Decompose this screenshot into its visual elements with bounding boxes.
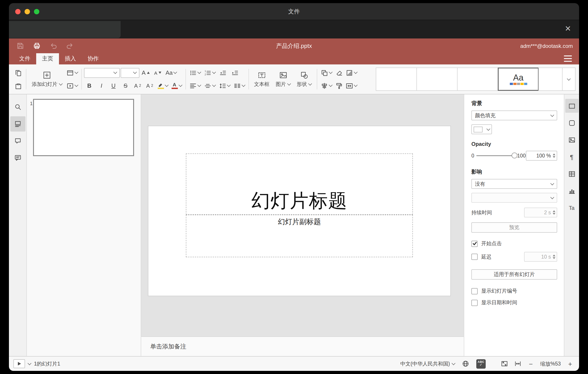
panel-paragraph-settings-button[interactable]: ¶: [565, 150, 578, 164]
checkbox-unchecked-icon[interactable]: [471, 254, 478, 260]
traffic-minimize-button[interactable]: [25, 9, 30, 14]
panel-shape-settings-button[interactable]: [565, 116, 578, 130]
start-on-click-checkbox[interactable]: 开始点击: [471, 240, 557, 247]
checkbox-checked-icon[interactable]: [471, 241, 478, 247]
subscript-button[interactable]: A2: [144, 80, 155, 91]
zoom-out-button[interactable]: −: [526, 360, 535, 367]
color-scheme-button[interactable]: [345, 67, 358, 78]
delay-field[interactable]: 10 s: [524, 252, 557, 262]
undo-icon[interactable]: [48, 41, 58, 51]
bullet-list-button[interactable]: [188, 67, 202, 78]
decrease-indent-button[interactable]: [217, 67, 229, 78]
strikeout-button[interactable]: S: [120, 80, 131, 91]
increase-indent-button[interactable]: [230, 67, 241, 78]
panel-slide-settings-button[interactable]: [565, 99, 578, 113]
tab-insert[interactable]: 插入: [59, 53, 82, 65]
change-case-button[interactable]: Aa: [164, 67, 178, 78]
checkbox-unchecked-icon[interactable]: [471, 299, 478, 306]
panel-table-settings-button[interactable]: [565, 167, 578, 181]
save-icon[interactable]: [15, 41, 25, 51]
print-icon[interactable]: [32, 41, 42, 51]
fit-width-button[interactable]: [513, 359, 523, 369]
insert-textbox-button[interactable]: 文本框: [251, 67, 273, 92]
add-slide-button[interactable]: 添加幻灯片: [29, 67, 65, 92]
start-slideshow-status-button[interactable]: [13, 359, 25, 368]
hamburger-menu-icon[interactable]: [564, 55, 572, 62]
align-shapes-button[interactable]: [319, 80, 333, 91]
notes-area[interactable]: 单击添加备注: [141, 336, 464, 356]
panel-textart-settings-button[interactable]: Ta: [565, 201, 578, 215]
checkbox-unchecked-icon[interactable]: [471, 288, 478, 294]
redo-icon[interactable]: [65, 41, 75, 51]
slide-thumbnail-1[interactable]: [33, 99, 134, 156]
chevron-down-icon[interactable]: [28, 361, 32, 365]
spinner-icon[interactable]: [553, 254, 555, 259]
spinner-icon[interactable]: [553, 210, 555, 215]
increase-font-size-button[interactable]: A: [140, 67, 151, 78]
sidebar-chat-button[interactable]: [10, 150, 25, 165]
show-date-time-checkbox[interactable]: 显示日期和时间: [471, 299, 557, 306]
fill-color-select[interactable]: [471, 124, 492, 134]
traffic-zoom-button[interactable]: [34, 9, 39, 14]
line-spacing-button[interactable]: [217, 80, 231, 91]
tab-file[interactable]: 文件: [13, 53, 36, 65]
horizontal-align-button[interactable]: [188, 80, 202, 91]
insert-image-button[interactable]: 图片: [273, 67, 294, 92]
paste-icon[interactable]: [12, 80, 24, 91]
start-slideshow-button[interactable]: [65, 80, 79, 91]
theme-option-selected[interactable]: Aa: [498, 67, 539, 91]
spellcheck-button[interactable]: ABC ✓: [476, 359, 486, 368]
spinner-icon[interactable]: [553, 154, 555, 158]
sidebar-slides-button[interactable]: [10, 116, 25, 132]
traffic-close-button[interactable]: [15, 9, 21, 14]
sidebar-comments-button[interactable]: [10, 133, 25, 149]
fill-type-select[interactable]: 颜色填充: [471, 110, 557, 120]
theme-option-1[interactable]: [376, 67, 417, 91]
effect-variant-select[interactable]: [471, 193, 557, 203]
italic-button[interactable]: I: [96, 80, 107, 91]
theme-option-3[interactable]: [457, 67, 498, 91]
set-language-button[interactable]: [461, 359, 471, 369]
panel-chart-settings-button[interactable]: [565, 184, 578, 198]
slide-subtitle-placeholder[interactable]: 幻灯片副标题: [186, 215, 413, 257]
copy-style-icon[interactable]: [333, 80, 345, 91]
decrease-font-size-button[interactable]: A: [152, 67, 163, 78]
bold-button[interactable]: B: [84, 80, 95, 91]
effect-select[interactable]: 没有: [471, 179, 557, 189]
font-size-select[interactable]: [120, 68, 139, 78]
copy-icon[interactable]: [12, 67, 24, 78]
clear-style-icon[interactable]: [333, 67, 345, 78]
panel-image-settings-button[interactable]: [565, 133, 578, 147]
zoom-in-button[interactable]: +: [566, 360, 575, 367]
columns-button[interactable]: [232, 80, 246, 91]
sidebar-search-button[interactable]: [10, 99, 25, 115]
language-select[interactable]: 中文(中华人民共和国): [400, 360, 455, 367]
change-layout-button[interactable]: [65, 67, 79, 78]
delay-checkbox[interactable]: 延迟: [471, 253, 492, 260]
underline-button[interactable]: U: [108, 80, 119, 91]
show-slide-number-checkbox[interactable]: 显示幻灯片编号: [471, 288, 557, 294]
preview-button[interactable]: 预览: [471, 222, 557, 233]
highlight-color-button[interactable]: [156, 80, 169, 91]
font-name-select[interactable]: [84, 68, 119, 78]
opacity-slider[interactable]: [476, 155, 515, 156]
fit-slide-button[interactable]: [500, 359, 509, 369]
font-color-button[interactable]: A: [170, 80, 183, 91]
slide-size-button[interactable]: [345, 80, 358, 91]
tab-home[interactable]: 主页: [36, 53, 59, 65]
opacity-slider-knob[interactable]: [512, 153, 518, 158]
slide-1[interactable]: 幻灯片标题 幻灯片副标题: [148, 126, 451, 296]
slide-title-placeholder[interactable]: 幻灯片标题: [186, 154, 413, 215]
vertical-align-button[interactable]: [203, 80, 217, 91]
theme-option-5[interactable]: [538, 67, 563, 91]
numbered-list-button[interactable]: 12: [203, 67, 217, 78]
apply-to-all-slides-button[interactable]: 适用于所有幻灯片: [471, 269, 557, 280]
close-icon[interactable]: ×: [561, 22, 575, 35]
tab-collaboration[interactable]: 协作: [82, 53, 105, 65]
theme-option-2[interactable]: [416, 67, 458, 91]
duration-field[interactable]: 2 s: [524, 208, 557, 217]
theme-gallery-expand-button[interactable]: [562, 67, 576, 91]
insert-shape-button[interactable]: 形状: [294, 67, 315, 92]
opacity-value-field[interactable]: 100 %: [526, 151, 557, 161]
arrange-shapes-button[interactable]: [319, 67, 333, 78]
